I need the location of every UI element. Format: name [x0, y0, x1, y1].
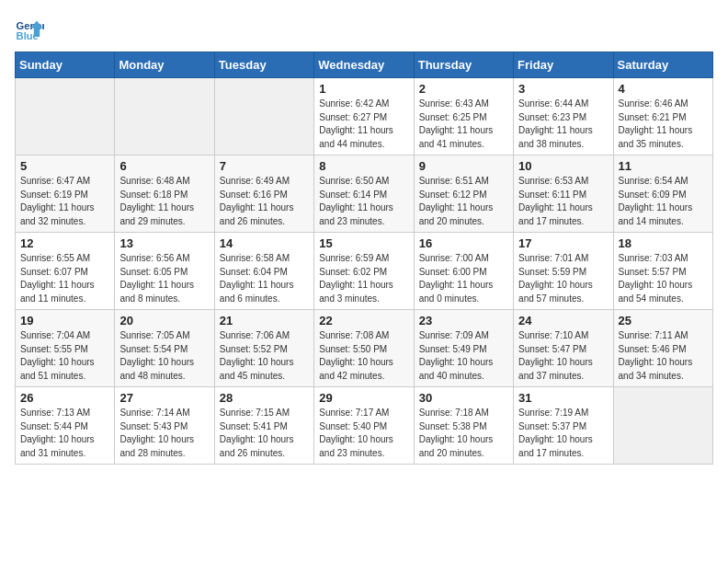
day-info: Sunrise: 6:43 AM Sunset: 6:25 PM Dayligh… — [419, 98, 508, 151]
day-number: 26 — [20, 391, 109, 405]
day-number: 22 — [319, 314, 408, 327]
day-info: Sunrise: 7:01 AM Sunset: 5:59 PM Dayligh… — [518, 252, 608, 305]
day-number: 1 — [319, 82, 408, 96]
day-info: Sunrise: 7:14 AM Sunset: 5:43 PM Dayligh… — [119, 407, 209, 460]
day-number: 3 — [518, 82, 608, 96]
calendar-cell: 4Sunrise: 6:46 AM Sunset: 6:21 PM Daylig… — [613, 78, 712, 155]
day-number: 14 — [220, 236, 309, 250]
day-number: 8 — [319, 159, 408, 173]
day-info: Sunrise: 6:47 AM Sunset: 6:19 PM Dayligh… — [20, 175, 109, 228]
calendar-cell: 28Sunrise: 7:15 AM Sunset: 5:41 PM Dayli… — [214, 387, 313, 465]
day-number: 10 — [518, 159, 608, 173]
calendar-header-row: SundayMondayTuesdayWednesdayThursdayFrid… — [16, 52, 713, 78]
calendar-cell: 2Sunrise: 6:43 AM Sunset: 6:25 PM Daylig… — [414, 78, 513, 155]
calendar-cell: 9Sunrise: 6:51 AM Sunset: 6:12 PM Daylig… — [414, 155, 513, 233]
day-info: Sunrise: 6:55 AM Sunset: 6:07 PM Dayligh… — [20, 252, 109, 305]
day-info: Sunrise: 7:11 AM Sunset: 5:46 PM Dayligh… — [619, 329, 708, 383]
weekday-header: Thursday — [414, 52, 513, 78]
day-info: Sunrise: 7:19 AM Sunset: 5:37 PM Dayligh… — [518, 407, 608, 460]
weekday-header: Sunday — [16, 52, 115, 78]
calendar-table: SundayMondayTuesdayWednesdayThursdayFrid… — [15, 52, 713, 465]
day-info: Sunrise: 6:56 AM Sunset: 6:05 PM Dayligh… — [119, 252, 209, 305]
calendar-cell: 29Sunrise: 7:17 AM Sunset: 5:40 PM Dayli… — [314, 387, 414, 465]
calendar-cell: 24Sunrise: 7:10 AM Sunset: 5:47 PM Dayli… — [514, 310, 613, 387]
logo-icon: General Blue — [15, 15, 44, 44]
day-number: 28 — [220, 391, 309, 405]
day-number: 15 — [319, 236, 408, 250]
day-number: 7 — [220, 159, 309, 173]
calendar-cell: 16Sunrise: 7:00 AM Sunset: 6:00 PM Dayli… — [414, 233, 513, 310]
page-header: General Blue — [15, 15, 713, 44]
calendar-cell: 19Sunrise: 7:04 AM Sunset: 5:55 PM Dayli… — [16, 310, 115, 387]
day-info: Sunrise: 6:53 AM Sunset: 6:11 PM Dayligh… — [518, 175, 608, 228]
calendar-cell — [214, 78, 313, 155]
calendar-week-row: 19Sunrise: 7:04 AM Sunset: 5:55 PM Dayli… — [16, 310, 713, 387]
day-number: 12 — [20, 236, 109, 250]
day-number: 31 — [518, 391, 608, 405]
day-number: 17 — [518, 236, 608, 250]
calendar-cell: 18Sunrise: 7:03 AM Sunset: 5:57 PM Dayli… — [613, 233, 712, 310]
day-number: 25 — [619, 314, 708, 327]
day-info: Sunrise: 7:10 AM Sunset: 5:47 PM Dayligh… — [518, 329, 608, 383]
day-number: 6 — [119, 159, 209, 173]
calendar-cell: 27Sunrise: 7:14 AM Sunset: 5:43 PM Dayli… — [115, 387, 214, 465]
weekday-header: Wednesday — [314, 52, 414, 78]
day-number: 13 — [119, 236, 209, 250]
day-number: 9 — [419, 159, 508, 173]
calendar-cell: 10Sunrise: 6:53 AM Sunset: 6:11 PM Dayli… — [514, 155, 613, 233]
calendar-week-row: 26Sunrise: 7:13 AM Sunset: 5:44 PM Dayli… — [16, 387, 713, 465]
day-info: Sunrise: 7:09 AM Sunset: 5:49 PM Dayligh… — [419, 329, 508, 383]
day-info: Sunrise: 6:58 AM Sunset: 6:04 PM Dayligh… — [220, 252, 309, 305]
weekday-header: Monday — [115, 52, 214, 78]
day-number: 20 — [119, 314, 209, 327]
day-info: Sunrise: 6:59 AM Sunset: 6:02 PM Dayligh… — [319, 252, 408, 305]
calendar-cell: 25Sunrise: 7:11 AM Sunset: 5:46 PM Dayli… — [613, 310, 712, 387]
calendar-cell: 26Sunrise: 7:13 AM Sunset: 5:44 PM Dayli… — [16, 387, 115, 465]
day-number: 11 — [619, 159, 708, 173]
calendar-cell: 12Sunrise: 6:55 AM Sunset: 6:07 PM Dayli… — [16, 233, 115, 310]
calendar-week-row: 12Sunrise: 6:55 AM Sunset: 6:07 PM Dayli… — [16, 233, 713, 310]
calendar-cell: 13Sunrise: 6:56 AM Sunset: 6:05 PM Dayli… — [115, 233, 214, 310]
day-info: Sunrise: 6:42 AM Sunset: 6:27 PM Dayligh… — [319, 98, 408, 151]
calendar-cell: 23Sunrise: 7:09 AM Sunset: 5:49 PM Dayli… — [414, 310, 513, 387]
day-info: Sunrise: 6:51 AM Sunset: 6:12 PM Dayligh… — [419, 175, 508, 228]
logo: General Blue — [15, 15, 48, 44]
calendar-cell: 31Sunrise: 7:19 AM Sunset: 5:37 PM Dayli… — [514, 387, 613, 465]
day-info: Sunrise: 7:15 AM Sunset: 5:41 PM Dayligh… — [220, 407, 309, 460]
day-info: Sunrise: 7:17 AM Sunset: 5:40 PM Dayligh… — [319, 407, 408, 460]
day-info: Sunrise: 6:50 AM Sunset: 6:14 PM Dayligh… — [319, 175, 408, 228]
day-info: Sunrise: 7:03 AM Sunset: 5:57 PM Dayligh… — [619, 252, 708, 305]
calendar-week-row: 5Sunrise: 6:47 AM Sunset: 6:19 PM Daylig… — [16, 155, 713, 233]
calendar-cell: 6Sunrise: 6:48 AM Sunset: 6:18 PM Daylig… — [115, 155, 214, 233]
calendar-cell — [115, 78, 214, 155]
day-info: Sunrise: 7:00 AM Sunset: 6:00 PM Dayligh… — [419, 252, 508, 305]
day-info: Sunrise: 6:48 AM Sunset: 6:18 PM Dayligh… — [119, 175, 209, 228]
calendar-cell: 15Sunrise: 6:59 AM Sunset: 6:02 PM Dayli… — [314, 233, 414, 310]
day-number: 24 — [518, 314, 608, 327]
day-number: 5 — [20, 159, 109, 173]
day-number: 19 — [20, 314, 109, 327]
day-info: Sunrise: 7:08 AM Sunset: 5:50 PM Dayligh… — [319, 329, 408, 383]
calendar-cell: 8Sunrise: 6:50 AM Sunset: 6:14 PM Daylig… — [314, 155, 414, 233]
day-info: Sunrise: 6:54 AM Sunset: 6:09 PM Dayligh… — [619, 175, 708, 228]
calendar-week-row: 1Sunrise: 6:42 AM Sunset: 6:27 PM Daylig… — [16, 78, 713, 155]
day-number: 16 — [419, 236, 508, 250]
calendar-cell: 22Sunrise: 7:08 AM Sunset: 5:50 PM Dayli… — [314, 310, 414, 387]
calendar-cell: 21Sunrise: 7:06 AM Sunset: 5:52 PM Dayli… — [214, 310, 313, 387]
weekday-header: Tuesday — [214, 52, 313, 78]
day-number: 30 — [419, 391, 508, 405]
day-info: Sunrise: 7:13 AM Sunset: 5:44 PM Dayligh… — [20, 407, 109, 460]
calendar-cell: 11Sunrise: 6:54 AM Sunset: 6:09 PM Dayli… — [613, 155, 712, 233]
day-info: Sunrise: 6:49 AM Sunset: 6:16 PM Dayligh… — [220, 175, 309, 228]
day-number: 4 — [619, 82, 708, 96]
day-info: Sunrise: 6:44 AM Sunset: 6:23 PM Dayligh… — [518, 98, 608, 151]
weekday-header: Friday — [514, 52, 613, 78]
calendar-cell: 20Sunrise: 7:05 AM Sunset: 5:54 PM Dayli… — [115, 310, 214, 387]
day-number: 21 — [220, 314, 309, 327]
day-number: 23 — [419, 314, 508, 327]
day-info: Sunrise: 7:06 AM Sunset: 5:52 PM Dayligh… — [220, 329, 309, 383]
day-number: 18 — [619, 236, 708, 250]
calendar-cell: 14Sunrise: 6:58 AM Sunset: 6:04 PM Dayli… — [214, 233, 313, 310]
calendar-cell: 30Sunrise: 7:18 AM Sunset: 5:38 PM Dayli… — [414, 387, 513, 465]
calendar-cell — [613, 387, 712, 465]
